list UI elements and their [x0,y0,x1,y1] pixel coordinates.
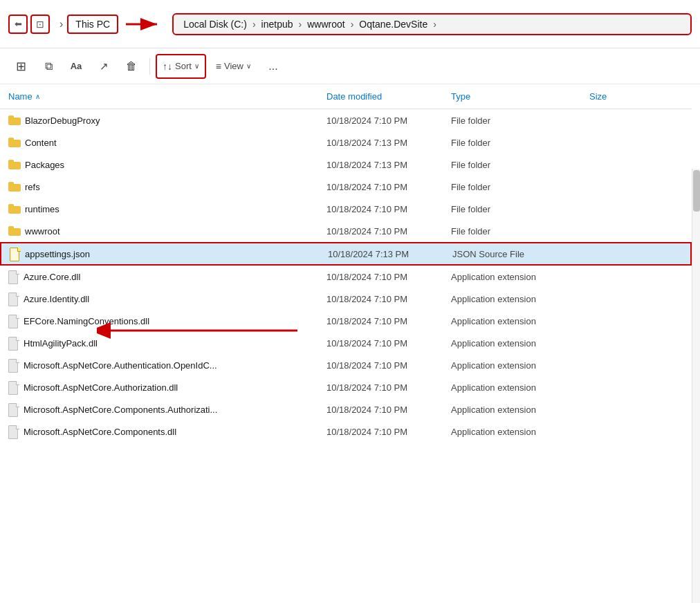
file-type: Application extension [443,269,581,285]
breadcrumb-path[interactable]: Local Disk (C:) › inetpub › wwwroot › Oq… [172,13,692,35]
file-type: Application extension [443,402,581,418]
highlighted-file-row[interactable]: appsettings.json 10/18/2024 7:13 PM JSON… [0,242,692,266]
scrollbar-thumb[interactable] [693,170,700,212]
folder-icon [8,204,21,214]
folder-row[interactable]: Packages 10/18/2024 7:13 PM File folder [0,154,692,176]
delete-button[interactable]: 🗑 [119,54,144,79]
header-size[interactable]: Size [581,87,636,106]
folder-icon [8,160,21,169]
dll-file-icon [8,381,19,393]
file-row[interactable]: Microsoft.AspNetCore.Authentication.Open… [0,354,692,376]
view-button[interactable]: ≡ View ∨ [209,54,258,79]
monitor-icon[interactable]: ⊡ [30,15,50,34]
back-button[interactable]: ⬅ [8,15,28,34]
file-name: Azure.Core.dll [0,268,318,286]
sort-button[interactable]: ↑↓ Sort ∨ [156,54,206,79]
file-date: 10/18/2024 7:10 PM [318,291,443,307]
json-file-icon [10,248,21,260]
folder-size [581,184,636,189]
file-size [581,318,636,324]
file-name: Microsoft.AspNetCore.Components.Authoriz… [0,400,318,418]
copy-button[interactable]: ⧉ [36,54,61,79]
file-size [581,340,636,346]
dll-file-icon [8,293,19,305]
folder-date: 10/18/2024 7:13 PM [318,135,443,151]
file-row[interactable]: Microsoft.AspNetCore.Components.dll 10/1… [0,420,692,443]
breadcrumb-oqtane[interactable]: Oqtane.DevSite [359,19,427,30]
sort-chevron: ∨ [194,62,199,70]
folder-date: 10/18/2024 7:10 PM [318,113,443,129]
file-list-header: Name ∧ Date modified Type Size [0,84,692,109]
folder-name: Packages [0,157,318,173]
sort-label: Sort [175,61,192,71]
more-button[interactable]: ... [261,54,286,79]
share-button[interactable]: ↗ [91,54,116,79]
file-type: Application extension [443,380,581,396]
file-name: Microsoft.AspNetCore.Authorization.dll [0,378,318,396]
file-size [581,296,636,302]
file-size [581,407,636,412]
file-type: Application extension [443,291,581,307]
this-pc-label[interactable]: This PC [67,15,118,34]
breadcrumb-wwwroot[interactable]: wwwroot [307,19,344,30]
folder-type: File folder [443,135,581,151]
file-row[interactable]: HtmlAgilityPack.dll 10/18/2024 7:10 PM A… [0,332,692,354]
highlighted-file-type: JSON Source File [444,246,582,262]
file-date: 10/18/2024 7:10 PM [318,380,443,396]
file-list-container: Name ∧ Date modified Type Size BlazorDeb… [0,84,700,603]
folder-icon [8,115,21,125]
file-row[interactable]: Microsoft.AspNetCore.Authorization.dll 1… [0,376,692,398]
dll-file-icon [8,270,19,283]
file-type: Application extension [443,313,581,329]
folder-row[interactable]: BlazorDebugProxy 10/18/2024 7:10 PM File… [0,109,692,131]
vertical-scrollbar[interactable] [692,169,700,603]
file-name: Azure.Identity.dll [0,290,318,308]
file-name: Microsoft.AspNetCore.Components.dll [0,423,318,440]
file-name: Microsoft.AspNetCore.Authentication.Open… [0,356,318,374]
file-type: Application extension [443,424,581,440]
new-item-button[interactable]: ⊞ [8,54,33,79]
folder-row[interactable]: wwwroot 10/18/2024 7:10 PM File folder [0,220,692,242]
file-date: 10/18/2024 7:10 PM [318,269,443,285]
arrow-annotation-1 [122,14,164,35]
file-date: 10/18/2024 7:10 PM [318,313,443,329]
header-name[interactable]: Name ∧ [0,87,318,106]
folder-size [581,206,636,212]
highlighted-file-size [582,251,638,257]
folder-name: runtimes [0,201,318,217]
view-chevron: ∨ [246,62,251,70]
folder-name: Content [0,135,318,151]
breadcrumb-inetpub[interactable]: inetpub [261,19,293,30]
file-size [581,384,636,390]
toolbar: ⊞ ⧉ Aa ↗ 🗑 ↑↓ Sort ∨ ≡ View ∨ ... [0,48,700,84]
folder-name: BlazorDebugProxy [0,113,318,129]
folder-type: File folder [443,113,581,129]
rename-button[interactable]: Aa [64,54,89,79]
file-name: HtmlAgilityPack.dll [0,334,318,352]
folder-icon [8,182,21,192]
header-date[interactable]: Date modified [318,87,443,106]
folder-date: 10/18/2024 7:10 PM [318,223,443,239]
breadcrumb-local-disk[interactable]: Local Disk (C:) [183,19,247,30]
folder-type: File folder [443,157,581,173]
folder-row[interactable]: runtimes 10/18/2024 7:10 PM File folder [0,198,692,220]
file-name: EFCore.NamingConventions.dll [0,312,318,330]
file-row[interactable]: Azure.Core.dll 10/18/2024 7:10 PM Applic… [0,266,692,288]
address-bar: ⬅ ⊡ › This PC Local Disk (C:) › inetpub [0,0,700,48]
file-row[interactable]: Microsoft.AspNetCore.Components.Authoriz… [0,398,692,420]
header-type[interactable]: Type [443,87,581,106]
file-row[interactable]: Azure.Identity.dll 10/18/2024 7:10 PM Ap… [0,288,692,310]
folder-type: File folder [443,223,581,239]
dll-file-icon [8,425,19,438]
file-date: 10/18/2024 7:10 PM [318,335,443,351]
folder-row[interactable]: Content 10/18/2024 7:13 PM File folder [0,131,692,154]
file-date: 10/18/2024 7:10 PM [318,358,443,373]
file-row[interactable]: EFCore.NamingConventions.dll 10/18/2024 … [0,310,692,332]
dll-file-icon [8,359,19,371]
folder-name: refs [0,179,318,195]
file-size [581,429,636,434]
file-type: Application extension [443,335,581,351]
toolbar-divider-1 [149,58,150,75]
folder-row[interactable]: refs 10/18/2024 7:10 PM File folder [0,176,692,198]
dll-file-icon [8,403,19,416]
